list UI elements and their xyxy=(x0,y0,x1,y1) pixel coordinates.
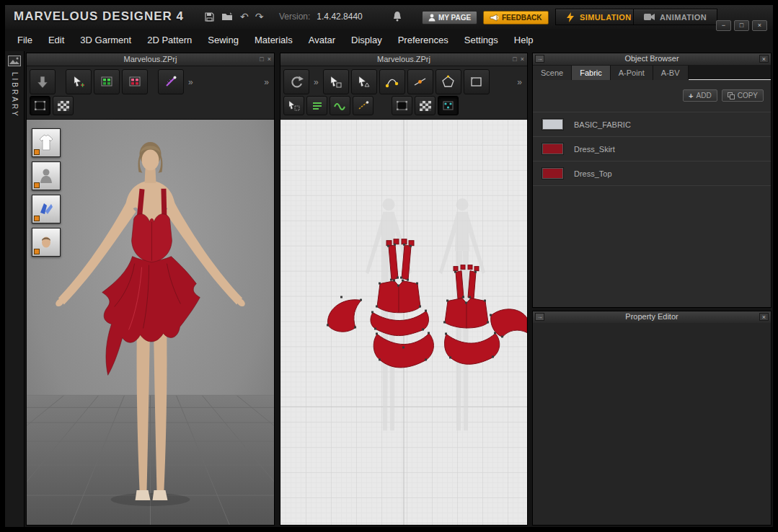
fabric-row[interactable]: Dress_Skirt xyxy=(533,136,771,161)
show-texture-toggle[interactable] xyxy=(53,96,74,115)
thumbnail-garment[interactable] xyxy=(32,128,61,157)
tab-fabric[interactable]: Fabric xyxy=(572,66,611,80)
tab-a-bv[interactable]: A-BV xyxy=(653,66,689,80)
rectangle-pattern-tool-button[interactable] xyxy=(464,69,490,94)
menu-item-settings[interactable]: Settings xyxy=(464,35,498,45)
undo-icon[interactable]: ↶ xyxy=(240,11,249,22)
plus-icon: + xyxy=(689,92,693,99)
show-texture-points-toggle[interactable] xyxy=(438,96,459,115)
toolbar-overflow-icon[interactable]: » xyxy=(186,77,195,87)
menu-item-3d-garment[interactable]: 3D Garment xyxy=(80,35,131,45)
panel-3d-header[interactable]: Marvelous.ZPrj □ × xyxy=(27,53,274,66)
fabric-name: Dress_Skirt xyxy=(574,145,615,154)
property-editor-panel: → Property Editor × xyxy=(532,311,772,526)
thumbnail-pattern[interactable] xyxy=(32,195,61,223)
menu-item-avatar[interactable]: Avatar xyxy=(309,35,335,45)
reset-arrangement-all-tool-button[interactable] xyxy=(94,69,120,94)
menu-item-file[interactable]: File xyxy=(17,35,32,45)
property-editor-close-icon[interactable]: × xyxy=(759,313,769,321)
panel-close-icon[interactable]: × xyxy=(521,53,524,65)
person-icon xyxy=(428,14,436,22)
property-editor-header[interactable]: → Property Editor × xyxy=(533,311,771,323)
menu-item-preferences[interactable]: Preferences xyxy=(398,35,448,45)
version-info: Version:1.4.42.8440 xyxy=(279,12,363,22)
show-grid-toggle[interactable] xyxy=(415,96,436,115)
polygon-icon xyxy=(441,75,455,89)
seam-toggle[interactable] xyxy=(353,96,373,115)
menu-item-edit[interactable]: Edit xyxy=(48,35,64,45)
polygon-pattern-tool-button[interactable] xyxy=(436,69,461,94)
toolbar-overflow-icon[interactable]: » xyxy=(311,77,321,87)
cursor-grid-icon xyxy=(288,100,300,111)
edit-curvature-tool-button[interactable] xyxy=(379,69,405,94)
library-label: LIBRARY xyxy=(11,72,19,118)
version-value: 1.4.42.8440 xyxy=(317,12,362,22)
pattern-outline-icon xyxy=(396,100,408,111)
tab-a-point[interactable]: A-Point xyxy=(611,66,653,80)
notification-bell-icon[interactable] xyxy=(392,11,402,25)
my-page-button[interactable]: MY PAGE xyxy=(422,11,477,25)
panel-expand-icon[interactable]: → xyxy=(535,313,544,321)
open-folder-icon[interactable] xyxy=(221,12,234,22)
fabric-list: BASIC_FABRIC Dress_Skirt Dress_Top xyxy=(533,112,771,186)
add-button[interactable]: + ADD xyxy=(683,89,717,102)
smooth-curve-toggle[interactable] xyxy=(330,96,350,115)
transform-pattern-tool-button[interactable] xyxy=(323,69,349,94)
fabric-row[interactable]: BASIC_FABRIC xyxy=(533,112,771,136)
menu-item-materials[interactable]: Materials xyxy=(255,35,293,45)
object-browser-header[interactable]: → Object Browser × xyxy=(533,53,771,65)
panel-popout-icon[interactable]: □ xyxy=(513,53,516,65)
checker-icon xyxy=(58,101,69,111)
tab-scene[interactable]: Scene xyxy=(533,66,572,80)
copy-button[interactable]: COPY xyxy=(722,89,764,102)
green-bars-icon xyxy=(311,101,323,111)
thumbnail-head[interactable] xyxy=(32,228,61,257)
menu-item-2d-pattern[interactable]: 2D Pattern xyxy=(147,35,192,45)
object-browser-close-icon[interactable]: × xyxy=(759,55,769,63)
viewport-3d[interactable] xyxy=(27,120,274,525)
panel-popout-icon[interactable]: □ xyxy=(260,53,263,65)
save-icon[interactable] xyxy=(204,12,215,22)
toolbar-overflow-icon[interactable]: » xyxy=(262,77,271,87)
edit-pattern-tool-button[interactable] xyxy=(351,69,377,94)
simulate-tool-button[interactable] xyxy=(30,69,56,94)
fabric-swatch xyxy=(542,168,563,179)
transform-cursor-icon xyxy=(329,75,342,89)
simulation-button[interactable]: SIMULATION xyxy=(555,9,642,25)
edit-sewing-tool-button[interactable] xyxy=(158,69,184,94)
viewport-2d[interactable] xyxy=(280,120,527,525)
fabric-row[interactable]: Dress_Top xyxy=(533,161,771,186)
panel-3d: Marvelous.ZPrj □ × xyxy=(26,53,275,526)
property-editor-body xyxy=(533,323,771,525)
redo-icon[interactable]: ↷ xyxy=(255,11,264,22)
arrange-red-icon xyxy=(128,75,142,89)
add-point-tool-button[interactable] xyxy=(407,69,433,94)
menu-item-display[interactable]: Display xyxy=(351,35,382,45)
panel-close-icon[interactable]: × xyxy=(268,53,271,65)
down-arrow-icon xyxy=(35,75,50,89)
library-sidebar[interactable]: LIBRARY xyxy=(5,51,25,527)
select-move-tool-button[interactable] xyxy=(66,69,92,94)
panel-expand-icon[interactable]: → xyxy=(535,55,544,63)
move-cursor-icon xyxy=(72,75,86,89)
menu-item-sewing[interactable]: Sewing xyxy=(208,35,239,45)
sewing-needle-icon xyxy=(164,75,178,89)
toolbar-overflow-icon[interactable]: » xyxy=(515,77,524,87)
reset-arrangement-selected-tool-button[interactable] xyxy=(122,69,148,94)
property-editor-title: Property Editor xyxy=(625,312,678,321)
arrange-green-icon xyxy=(100,75,114,89)
thumbnail-avatar[interactable] xyxy=(32,161,61,190)
show-pattern-dark-toggle[interactable] xyxy=(30,96,50,115)
panel-2d-header[interactable]: Marvelous.ZPrj □ × xyxy=(280,53,527,66)
feedback-button[interactable]: FEEDBACK xyxy=(483,11,549,25)
object-browser-title: Object Browser xyxy=(624,54,678,63)
flatten-toggle[interactable] xyxy=(306,96,327,115)
menu-item-help[interactable]: Help xyxy=(514,35,534,45)
move-pattern-toggle[interactable] xyxy=(283,96,304,115)
show-pattern-outline-toggle[interactable] xyxy=(392,96,412,115)
sync-tool-button[interactable] xyxy=(283,69,309,94)
edit-cursor-icon xyxy=(357,75,371,89)
animation-button[interactable]: ANIMATION xyxy=(633,9,717,25)
library-image-icon xyxy=(8,56,21,66)
scene-2d xyxy=(280,120,527,525)
